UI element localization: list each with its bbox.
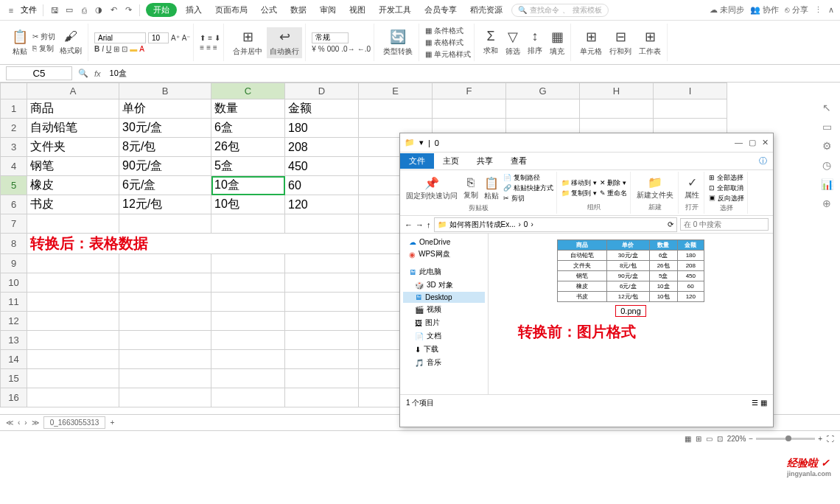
cell[interactable]	[506, 99, 580, 119]
nav-next-icon[interactable]: ›	[24, 419, 27, 427]
cell[interactable]	[285, 331, 359, 350]
nav-downloads[interactable]: ⬇下载	[403, 343, 485, 356]
cell[interactable]	[27, 273, 119, 293]
explorer-content[interactable]: 商品单价数量金额自动铅笔30元/盒6盒180文件夹8元/包26包208钢笔90元…	[489, 234, 773, 394]
select-all-button[interactable]: ⊞ 全部选择	[709, 173, 744, 183]
row-header[interactable]: 11	[1, 293, 27, 312]
file-thumbnail[interactable]: 商品单价数量金额自动铅笔30元/盒6盒180文件夹8元/包26包208钢笔90元…	[557, 239, 704, 302]
fullscreen-icon[interactable]: ⛶	[827, 435, 834, 443]
cell[interactable]: 6元/盒	[119, 176, 211, 195]
nav-documents[interactable]: 📄文档	[403, 329, 485, 343]
number-format-select[interactable]	[312, 32, 349, 43]
underline-button[interactable]: U	[106, 45, 111, 53]
rename-button[interactable]: ✎ 重命名	[600, 189, 628, 198]
tab-home[interactable]: 开始	[146, 3, 177, 17]
cell[interactable]: 10盒	[211, 176, 285, 195]
view-normal-icon[interactable]: ▦	[685, 435, 691, 443]
col-header[interactable]: D	[285, 83, 359, 99]
close-icon[interactable]: ✕	[762, 138, 769, 147]
percent-icon[interactable]: %	[318, 45, 325, 53]
fx-label[interactable]: fx	[94, 69, 101, 78]
cell[interactable]	[285, 388, 359, 407]
tab-formula[interactable]: 公式	[256, 3, 281, 17]
cell-button[interactable]: ⊞单元格	[577, 27, 605, 58]
exp-paste-button[interactable]: 📋粘贴	[483, 175, 500, 203]
up-icon[interactable]: ↑	[427, 220, 431, 229]
font-color-icon[interactable]: A	[139, 45, 144, 53]
font-select[interactable]	[94, 32, 146, 43]
cell[interactable]: 6盒	[211, 119, 285, 138]
cell[interactable]: 商品	[27, 99, 119, 119]
view-details-icon[interactable]: ☰	[752, 399, 758, 407]
tab-data[interactable]: 数据	[286, 3, 311, 17]
cell[interactable]: 金额	[285, 99, 359, 119]
cell[interactable]	[27, 254, 119, 273]
inc-decimal-icon[interactable]: .0→	[341, 45, 354, 53]
cell[interactable]: 450	[285, 157, 359, 176]
cell[interactable]	[27, 293, 119, 312]
move-to-button[interactable]: 📁 移动到 ▾	[561, 178, 597, 188]
cell[interactable]: 30元/盒	[119, 119, 211, 138]
tab-review[interactable]: 审阅	[315, 3, 340, 17]
explorer-search[interactable]	[680, 218, 769, 231]
exp-tab-file[interactable]: 文件	[400, 153, 434, 169]
cell[interactable]	[119, 254, 211, 273]
exp-tab-view[interactable]: 查看	[502, 153, 536, 169]
cell[interactable]: 120	[285, 195, 359, 214]
tab-view[interactable]: 视图	[345, 3, 370, 17]
nav-last-icon[interactable]: ≫	[32, 419, 39, 427]
nav-thispc[interactable]: 🖥此电脑	[403, 265, 485, 279]
cell[interactable]	[654, 99, 727, 119]
cell[interactable]: 12元/包	[119, 195, 211, 214]
filter-button[interactable]: ▽筛选	[503, 27, 523, 58]
cell[interactable]: 文件夹	[27, 138, 119, 157]
cell[interactable]	[119, 273, 211, 293]
redo-icon[interactable]: ↷	[123, 5, 133, 15]
row-header[interactable]: 13	[1, 331, 27, 350]
row-header[interactable]: 12	[1, 312, 27, 331]
tab-layout[interactable]: 页面布局	[211, 3, 252, 17]
cell[interactable]: 5盒	[211, 157, 285, 176]
worksheet-button[interactable]: ⊞工作表	[636, 27, 664, 58]
col-header[interactable]: B	[119, 83, 211, 99]
copy-path-button[interactable]: 📄 复制路径	[503, 173, 553, 183]
formula-input[interactable]: 10盒	[107, 67, 834, 80]
sheet-tab[interactable]: 0_1663055313	[43, 416, 106, 429]
col-header[interactable]: H	[580, 83, 654, 99]
cell[interactable]	[285, 273, 359, 293]
cell[interactable]	[211, 331, 285, 350]
collapse-icon[interactable]: ∧	[828, 5, 834, 15]
zoom-in-icon[interactable]: +	[818, 435, 822, 443]
dec-decimal-icon[interactable]: ←.0	[357, 45, 371, 53]
italic-button[interactable]: I	[102, 45, 104, 53]
table-style-button[interactable]: ▦ 表格样式	[425, 38, 471, 48]
align-right-icon[interactable]: ≡	[213, 43, 217, 52]
view-break-icon[interactable]: ▭	[706, 435, 713, 443]
row-header[interactable]: 16	[1, 388, 27, 407]
cell[interactable]	[359, 99, 433, 119]
cell[interactable]	[27, 312, 119, 331]
zoom-slider[interactable]	[756, 438, 815, 440]
cell[interactable]	[211, 293, 285, 312]
rowcol-button[interactable]: ⊟行和列	[606, 27, 634, 58]
cell[interactable]: 26包	[211, 138, 285, 157]
file-menu[interactable]: 文件	[21, 4, 37, 15]
save-icon[interactable]: 🖫	[49, 5, 60, 15]
align-bot-icon[interactable]: ⬇	[214, 34, 220, 42]
format-painter-button[interactable]: 🖌格式刷	[57, 27, 85, 57]
nav-down-icon[interactable]: ▾	[419, 138, 424, 147]
analysis-icon[interactable]: 📊	[821, 178, 833, 190]
cell[interactable]	[285, 293, 359, 312]
cell[interactable]	[27, 350, 119, 369]
cell[interactable]	[285, 214, 359, 234]
nav-pictures[interactable]: 🖼图片	[403, 316, 485, 329]
cell[interactable]	[580, 99, 654, 119]
new-icon[interactable]: ▭	[64, 5, 74, 15]
cond-format-button[interactable]: ▦ 条件格式	[425, 26, 471, 36]
wrap-button[interactable]: ↩自动换行	[267, 27, 302, 58]
cut-button[interactable]: ✂ 剪切	[32, 32, 55, 42]
strike-icon[interactable]: ⊞	[113, 45, 119, 53]
undo-icon[interactable]: ↶	[108, 5, 119, 15]
align-left-icon[interactable]: ≡	[200, 43, 204, 52]
maximize-icon[interactable]: ▢	[749, 138, 756, 147]
